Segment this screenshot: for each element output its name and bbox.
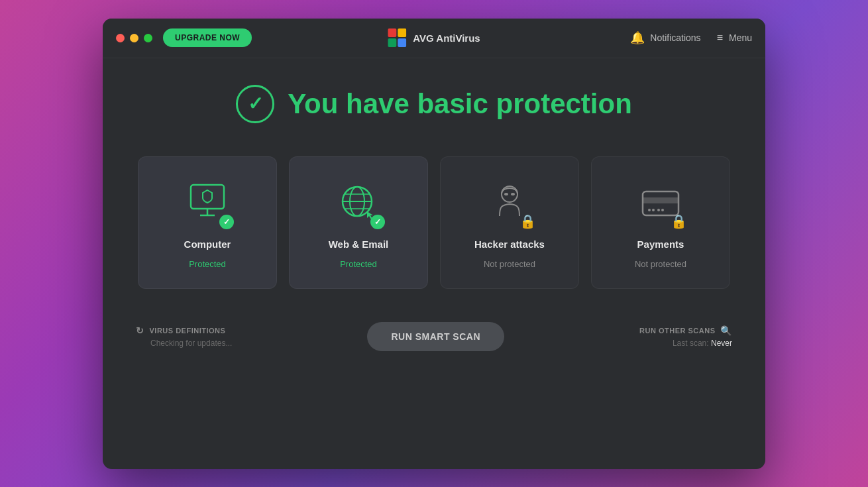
computer-card[interactable]: ✓ Computer Protected	[138, 156, 277, 289]
checkmark-icon: ✓	[248, 93, 263, 115]
notifications-button[interactable]: 🔔 Notifications	[630, 30, 700, 45]
search-icon: 🔍	[720, 325, 732, 336]
hacker-status: Not protected	[484, 259, 535, 269]
status-check-circle: ✓	[236, 85, 274, 123]
other-scans-title-row[interactable]: RUN OTHER SCANS 🔍	[639, 325, 732, 336]
last-scan-value: Never	[711, 339, 732, 348]
avg-logo-icon	[388, 28, 406, 47]
maximize-button[interactable]	[144, 34, 152, 42]
svg-rect-0	[388, 28, 396, 37]
titlebar: UPGRADE NOW AVG AntiVirus 🔔 Notification…	[103, 19, 765, 58]
web-email-icon-wrapper: ✓	[332, 176, 385, 229]
minimize-button[interactable]	[130, 34, 138, 42]
bottom-bar: ↻ VIRUS DEFINITIONS Checking for updates…	[123, 322, 745, 351]
svg-point-17	[648, 209, 651, 211]
svg-point-14	[511, 193, 515, 195]
svg-rect-4	[191, 185, 224, 209]
hacker-icon-wrapper: 🔒	[483, 176, 536, 229]
bell-icon: 🔔	[630, 30, 645, 45]
notifications-label: Notifications	[650, 32, 700, 43]
hacker-attacks-card[interactable]: 🔒 Hacker attacks Not protected	[440, 156, 579, 289]
virus-definitions: ↻ VIRUS DEFINITIONS Checking for updates…	[136, 325, 232, 348]
web-email-title: Web & Email	[329, 239, 389, 250]
protected-badge-computer: ✓	[219, 215, 234, 229]
svg-rect-3	[398, 38, 406, 47]
other-scans-label: RUN OTHER SCANS	[639, 327, 715, 335]
titlebar-center: AVG AntiVirus	[388, 28, 480, 47]
svg-point-20	[661, 209, 664, 211]
status-header: ✓ You have basic protection	[236, 85, 632, 123]
lock-badge-payments: 🔒	[671, 213, 687, 229]
hacker-title: Hacker attacks	[474, 239, 545, 250]
hamburger-icon: ≡	[717, 32, 724, 44]
web-email-status: Protected	[340, 259, 377, 269]
main-content: ✓ You have basic protection	[103, 58, 765, 469]
svg-point-18	[652, 209, 655, 211]
lock-badge-hacker: 🔒	[519, 213, 536, 229]
last-scan-row: Last scan: Never	[673, 339, 732, 348]
payments-card[interactable]: 🔒 Payments Not protected	[591, 156, 730, 289]
svg-point-19	[657, 209, 660, 211]
payments-title: Payments	[637, 239, 684, 250]
refresh-icon: ↻	[136, 325, 144, 336]
svg-rect-1	[398, 28, 406, 37]
payments-status: Not protected	[635, 259, 686, 269]
status-title: You have basic protection	[288, 88, 632, 120]
run-smart-scan-button[interactable]: RUN SMART SCAN	[367, 322, 504, 351]
menu-button[interactable]: ≡ Menu	[717, 32, 752, 44]
web-email-card[interactable]: ✓ Web & Email Protected	[289, 156, 428, 289]
close-button[interactable]	[116, 34, 125, 42]
virus-def-title-row: ↻ VIRUS DEFINITIONS	[136, 325, 232, 336]
app-window: UPGRADE NOW AVG AntiVirus 🔔 Notification…	[103, 19, 765, 469]
protected-badge-web: ✓	[370, 215, 385, 229]
app-title: AVG AntiVirus	[413, 32, 480, 44]
traffic-lights	[116, 34, 152, 42]
computer-status: Protected	[189, 259, 226, 269]
cards-grid: ✓ Computer Protected	[138, 156, 730, 289]
computer-icon-wrapper: ✓	[181, 176, 234, 229]
virus-def-label: VIRUS DEFINITIONS	[150, 327, 226, 335]
titlebar-right: 🔔 Notifications ≡ Menu	[630, 30, 752, 45]
last-scan-label: Last scan:	[673, 339, 709, 348]
svg-rect-2	[388, 38, 396, 47]
menu-label: Menu	[729, 32, 752, 43]
upgrade-button[interactable]: UPGRADE NOW	[163, 28, 252, 47]
svg-rect-16	[643, 197, 678, 203]
other-scans: RUN OTHER SCANS 🔍 Last scan: Never	[639, 325, 732, 348]
svg-point-13	[504, 193, 508, 195]
virus-def-subtitle: Checking for updates...	[136, 339, 232, 348]
payments-icon-wrapper: 🔒	[634, 176, 687, 229]
computer-title: Computer	[184, 239, 231, 250]
